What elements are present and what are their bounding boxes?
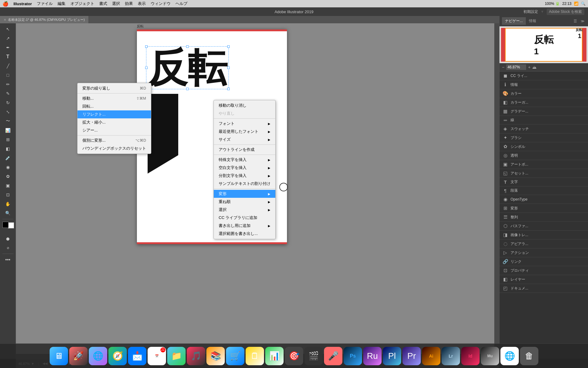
- section-row-stroke[interactable]: ═ 線: [499, 116, 588, 124]
- ctx-break-char[interactable]: 分割文字を挿入: [214, 172, 275, 180]
- section-row-properties[interactable]: ⊡ プロパティ: [499, 266, 588, 275]
- type-tool[interactable]: T: [4, 52, 12, 61]
- ctx-transform[interactable]: 変形: [214, 190, 275, 198]
- ctx-arrange[interactable]: 重ね順: [214, 198, 275, 206]
- rotate-tool[interactable]: ↻: [4, 98, 12, 107]
- tab-close-btn[interactable]: ✕: [4, 18, 6, 21]
- sub-reflect[interactable]: リフレクト...: [77, 110, 151, 118]
- vertical-scrollbar[interactable]: [494, 23, 499, 354]
- handle-bm[interactable]: [186, 88, 189, 90]
- handle-tr[interactable]: [227, 45, 230, 48]
- sub-reset-bbox[interactable]: バウンディングボックスのリセット: [77, 144, 151, 152]
- section-row-color-guide[interactable]: ◧ カラーガ...: [499, 98, 588, 107]
- fill-none-btn[interactable]: ⊘: [4, 243, 12, 252]
- dock-app1[interactable]: 🎯: [285, 347, 303, 365]
- sub-rotate[interactable]: 回転...: [77, 102, 151, 110]
- zoom-tool[interactable]: 🔍: [4, 209, 12, 217]
- color-mode-btn[interactable]: ⬤: [4, 234, 12, 243]
- warp-tool[interactable]: 〜: [4, 117, 12, 125]
- background-color[interactable]: [8, 222, 14, 228]
- section-row-symbol[interactable]: ✿ シンボル: [499, 142, 588, 151]
- dock-chrome[interactable]: 🌐: [500, 347, 519, 365]
- dock-finder[interactable]: 🖥: [50, 347, 68, 365]
- pencil-tool[interactable]: ✎: [4, 89, 12, 98]
- ctx-size[interactable]: サイズ: [214, 136, 275, 144]
- apple-menu[interactable]: 🍎: [2, 1, 9, 7]
- tab-info[interactable]: 情報: [526, 17, 539, 25]
- ctx-create-outline[interactable]: アウトラインを作成: [214, 146, 275, 154]
- section-row-opentype[interactable]: ◉ OpenType: [499, 195, 588, 204]
- ctx-export-selection[interactable]: 選択範囲を書き出し...: [214, 230, 275, 238]
- preset-selector[interactable]: 初期設定: [523, 9, 538, 14]
- handle-mr[interactable]: [227, 67, 230, 69]
- selected-text-frame[interactable]: 反転: [146, 46, 229, 89]
- dock-calendar[interactable]: 📅 21: [148, 347, 166, 365]
- dock-mail[interactable]: 📩: [128, 347, 146, 365]
- ctx-recent-font[interactable]: 最近使用したフォント: [214, 128, 275, 136]
- zoom-input[interactable]: [506, 64, 526, 70]
- handle-tl[interactable]: [145, 45, 148, 48]
- section-row-gradient[interactable]: ▦ グラデー...: [499, 107, 588, 116]
- handle-tm[interactable]: [186, 45, 189, 48]
- zoom-in-icon[interactable]: +: [528, 65, 530, 70]
- section-row-pathfinder[interactable]: ⬡ パスファ...: [499, 222, 588, 230]
- rect-tool[interactable]: □: [4, 71, 12, 79]
- ctx-redo[interactable]: やり直し: [214, 109, 275, 117]
- stock-search[interactable]: Adobe Stock を検索: [547, 9, 584, 15]
- sub-shear[interactable]: シアー...: [77, 126, 151, 134]
- section-row-document[interactable]: ◰ ドキュメ...: [499, 284, 588, 293]
- menu-object[interactable]: オブジェクト: [70, 1, 94, 6]
- panel-menu-btn[interactable]: ☰: [572, 18, 578, 24]
- handle-ml[interactable]: [145, 67, 148, 69]
- artboard-tool[interactable]: ▣: [4, 181, 12, 190]
- slice-tool[interactable]: ⊡: [4, 190, 12, 199]
- ctx-space-char[interactable]: 空白文字を挿入: [214, 164, 275, 172]
- section-row-swatches[interactable]: ◈ スウォッチ: [499, 125, 588, 133]
- dock-files[interactable]: 📁: [167, 347, 186, 365]
- dock-indesign[interactable]: Id: [461, 347, 480, 365]
- dock-launchpad[interactable]: 🚀: [69, 347, 88, 365]
- nav-viewport-indicator[interactable]: [505, 28, 582, 62]
- menu-effect[interactable]: 効果: [125, 1, 133, 6]
- dock-trash[interactable]: 🗑: [520, 347, 538, 365]
- menu-edit[interactable]: 編集: [58, 1, 66, 6]
- section-row-info[interactable]: ℹ 情報: [499, 80, 588, 89]
- pen-tool[interactable]: ✒: [4, 43, 12, 52]
- dock-lightroom[interactable]: Lr: [442, 347, 460, 365]
- ctx-special-char[interactable]: 特殊文字を挿入: [214, 156, 275, 164]
- section-row-color[interactable]: 🎨 カラー: [499, 89, 588, 98]
- dock-prelude[interactable]: Pl: [383, 347, 401, 365]
- dock-books[interactable]: 📚: [206, 347, 225, 365]
- hand-tool[interactable]: ✋: [4, 200, 12, 208]
- menu-help[interactable]: ヘルプ: [175, 1, 187, 6]
- dock-premiere[interactable]: Pr: [402, 347, 421, 365]
- handle-br[interactable]: [227, 88, 230, 90]
- section-row-links[interactable]: 🔗 リンク: [499, 257, 588, 266]
- blend-tool[interactable]: ◉: [4, 163, 12, 171]
- mesh-tool[interactable]: ⊞: [4, 135, 12, 144]
- direct-selection-tool[interactable]: ↗: [4, 34, 12, 43]
- sub-repeat-transform[interactable]: 変形の繰り返し ⌘D: [77, 84, 151, 92]
- menu-select[interactable]: 選択: [112, 1, 120, 6]
- ctx-export-for[interactable]: 書き出し用に追加: [214, 222, 275, 230]
- dock-safari[interactable]: 🧭: [108, 347, 127, 365]
- dock-music[interactable]: 🎵: [187, 347, 205, 365]
- section-row-artboard[interactable]: ▣ アートボ...: [499, 160, 588, 169]
- section-row-brush[interactable]: ✦ ブラシ: [499, 133, 588, 142]
- ctx-sample-text[interactable]: サンプルテキストの割り付け: [214, 180, 275, 188]
- sub-scale[interactable]: 拡大・縮小...: [77, 118, 151, 126]
- dock-illustrator[interactable]: Ai: [422, 347, 440, 365]
- ctx-select[interactable]: 選択: [214, 206, 275, 214]
- section-row-align[interactable]: ☰ 整列: [499, 213, 588, 221]
- zoom-mountain-icon[interactable]: ⛰: [532, 65, 537, 70]
- line-tool[interactable]: ╱: [4, 62, 12, 70]
- search-icon[interactable]: 🔍: [581, 2, 586, 6]
- symbol-tool[interactable]: ✿: [4, 172, 12, 181]
- menu-format[interactable]: 書式: [99, 1, 107, 6]
- brush-tool[interactable]: ✏: [4, 80, 12, 89]
- scale-tool[interactable]: ⤡: [4, 108, 12, 116]
- section-row-image-trace[interactable]: ◨ 画像トレ...: [499, 231, 588, 239]
- tab-navigator[interactable]: ナビゲー...: [502, 17, 526, 25]
- dock-numbers[interactable]: 📊: [265, 347, 284, 365]
- dock-muse[interactable]: Mu: [481, 347, 499, 365]
